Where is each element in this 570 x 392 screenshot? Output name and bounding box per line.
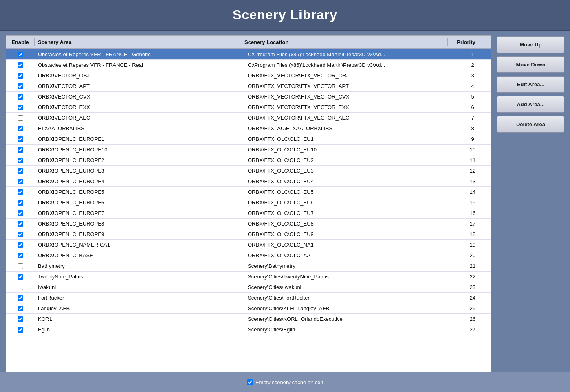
table-row[interactable]: FTXAA_ORBXLIBSORBX\FTX_AU\FTXAA_ORBXLIBS…	[6, 123, 491, 134]
enable-checkbox-cell[interactable]	[6, 304, 35, 313]
enable-checkbox[interactable]	[18, 242, 23, 248]
table-row[interactable]: ORBX!OPENLC_EUROPE7ORBX\FTX_OLC\OLC_EU71…	[6, 208, 491, 219]
table-row[interactable]: ORBX!OPENLC_EUROPE10ORBX\FTX_OLC\OLC_EU1…	[6, 145, 491, 155]
enable-checkbox[interactable]	[18, 105, 23, 110]
enable-checkbox[interactable]	[18, 210, 23, 216]
enable-checkbox-cell[interactable]	[6, 252, 35, 260]
scenery-area-cell: ORBX!OPENLC_EUROPE7	[35, 209, 244, 217]
enable-checkbox[interactable]	[18, 136, 23, 142]
enable-checkbox[interactable]	[18, 263, 23, 269]
enable-checkbox[interactable]	[18, 73, 23, 79]
table-row[interactable]: Langley_AFBScenery\Cities\KLFI_Langley_A…	[6, 303, 491, 314]
enable-checkbox-cell[interactable]	[6, 135, 35, 143]
edit-area-button[interactable]: Edit Area...	[497, 76, 564, 93]
table-row[interactable]: ORBX!OPENLC_BASEORBX\FTX_OLC\OLC_AA20	[6, 250, 491, 261]
table-row[interactable]: ORBX!OPENLC_EUROPE5ORBX\FTX_OLC\OLC_EU51…	[6, 187, 491, 197]
enable-checkbox-cell[interactable]	[6, 125, 35, 133]
table-row[interactable]: ORBX!OPENLC_EUROPE4ORBX\FTX_OLC\OLC_EU41…	[6, 176, 491, 187]
table-row[interactable]: ORBX!OPENLC_EUROPE6ORBX\FTX_OLC\OLC_EU61…	[6, 197, 491, 208]
enable-checkbox-cell[interactable]	[6, 283, 35, 291]
enable-checkbox-cell[interactable]	[6, 61, 35, 69]
table-row[interactable]: ORBX!OPENLC_EUROPE8ORBX\FTX_OLC\OLC_EU81…	[6, 219, 491, 229]
enable-checkbox[interactable]	[18, 189, 23, 195]
enable-checkbox-cell[interactable]	[6, 114, 35, 122]
enable-checkbox-cell[interactable]	[6, 230, 35, 239]
table-row[interactable]: ORBX!VECTOR_OBJORBX\FTX_VECTOR\FTX_VECTO…	[6, 70, 491, 81]
table-row[interactable]: EglinScenery\Cities\Eglin27	[6, 324, 491, 335]
enable-checkbox-cell[interactable]	[6, 167, 35, 175]
scenery-table-panel: Enable Scenery Area Scenery Location Pri…	[6, 35, 491, 384]
col-header-priority: Priority	[448, 38, 484, 46]
table-body[interactable]: Obstacles et Reperes VFR - FRANCE - Gene…	[6, 49, 491, 384]
table-row[interactable]: Obstacles et Reperes VFR - FRANCE - Real…	[6, 60, 491, 70]
enable-checkbox-cell[interactable]	[6, 241, 35, 249]
enable-checkbox-cell[interactable]	[6, 294, 35, 302]
move-down-button[interactable]: Move Down	[497, 56, 564, 73]
enable-checkbox-cell[interactable]	[6, 50, 35, 59]
table-row[interactable]: ORBX!OPENLC_EUROPE9ORBX\FTX_OLC\OLC_EU91…	[6, 229, 491, 240]
scenery-area-cell: ORBX!OPENLC_EUROPE6	[35, 198, 244, 207]
table-row[interactable]: ORBX!OPENLC_NAMERICA1ORBX\FTX_OLC\OLC_NA…	[6, 240, 491, 250]
enable-checkbox[interactable]	[18, 306, 23, 311]
enable-checkbox[interactable]	[18, 115, 23, 121]
enable-checkbox[interactable]	[18, 327, 23, 333]
move-up-button[interactable]: Move Up	[497, 36, 564, 53]
enable-checkbox-cell[interactable]	[6, 220, 35, 228]
enable-checkbox[interactable]	[18, 83, 23, 89]
table-row[interactable]: ORBX!VECTOR_EXXORBX\FTX_VECTOR\FTX_VECTO…	[6, 102, 491, 113]
enable-checkbox[interactable]	[18, 62, 23, 68]
table-row[interactable]: TwentyNine_PalmsScenery\Cities\TwentyNin…	[6, 272, 491, 282]
title-bar: Scenery Library	[0, 0, 570, 31]
enable-checkbox-cell[interactable]	[6, 82, 35, 90]
enable-checkbox[interactable]	[18, 295, 23, 301]
enable-checkbox-cell[interactable]	[6, 177, 35, 186]
enable-checkbox-cell[interactable]	[6, 315, 35, 323]
col-header-scenery-area: Scenery Area	[35, 38, 241, 46]
enable-checkbox-cell[interactable]	[6, 93, 35, 101]
enable-checkbox[interactable]	[18, 285, 23, 290]
enable-checkbox[interactable]	[18, 179, 23, 184]
enable-checkbox-cell[interactable]	[6, 156, 35, 164]
delete-area-button[interactable]: Delete Area	[497, 116, 564, 133]
enable-checkbox[interactable]	[18, 168, 23, 174]
add-area-button[interactable]: Add Area...	[497, 96, 564, 113]
enable-checkbox[interactable]	[18, 158, 23, 163]
enable-checkbox[interactable]	[18, 253, 23, 258]
enable-checkbox[interactable]	[18, 147, 23, 153]
enable-checkbox-cell[interactable]	[6, 72, 35, 80]
scenery-location-cell: Scenery\Bathymetry	[244, 262, 454, 270]
table-row[interactable]: ORBX!VECTOR_CVXORBX\FTX_VECTOR\FTX_VECTO…	[6, 92, 491, 102]
enable-checkbox-cell[interactable]	[6, 188, 35, 196]
enable-checkbox-cell[interactable]	[6, 273, 35, 281]
enable-checkbox[interactable]	[18, 274, 23, 280]
table-row[interactable]: ORBX!OPENLC_EUROPE3ORBX\FTX_OLC\OLC_EU31…	[6, 166, 491, 176]
empty-cache-label[interactable]: Empty scenery cache on exit	[247, 379, 323, 385]
table-row[interactable]: ORBX!OPENLC_EUROPE1ORBX\FTX_OLC\OLC_EU19	[6, 134, 491, 145]
enable-checkbox[interactable]	[18, 126, 23, 131]
empty-cache-checkbox[interactable]	[247, 379, 253, 385]
enable-checkbox-cell[interactable]	[6, 146, 35, 154]
enable-checkbox-cell[interactable]	[6, 103, 35, 112]
enable-checkbox[interactable]	[18, 200, 23, 206]
enable-checkbox[interactable]	[18, 316, 23, 322]
table-row[interactable]: ORBX!VECTOR_APTORBX\FTX_VECTOR\FTX_VECTO…	[6, 81, 491, 92]
scenery-location-cell: ORBX\FTX_OLC\OLC_AA	[244, 251, 454, 260]
table-row[interactable]: Obstacles et Reperes VFR - FRANCE - Gene…	[6, 49, 491, 60]
table-row[interactable]: ORBX!OPENLC_EUROPE2ORBX\FTX_OLC\OLC_EU21…	[6, 155, 491, 166]
enable-checkbox-cell[interactable]	[6, 209, 35, 217]
priority-cell: 5	[454, 92, 491, 101]
priority-cell: 15	[454, 198, 491, 207]
table-row[interactable]: BathymetryScenery\Bathymetry21	[6, 261, 491, 272]
enable-checkbox[interactable]	[18, 221, 23, 227]
enable-checkbox[interactable]	[18, 94, 23, 100]
enable-checkbox-cell[interactable]	[6, 326, 35, 334]
table-row[interactable]: FortRuckerScenery\Cities\FortRucker24	[6, 293, 491, 303]
table-row[interactable]: ORBX!VECTOR_AECORBX\FTX_VECTOR\FTX_VECTO…	[6, 113, 491, 123]
enable-checkbox[interactable]	[18, 52, 23, 57]
table-row[interactable]: IwakuniScenery\Cities\Iwakuni23	[6, 282, 491, 293]
enable-checkbox-cell[interactable]	[6, 199, 35, 207]
scenery-location-cell: ORBX\FTX_OLC\OLC_EU3	[244, 166, 454, 175]
table-row[interactable]: KORLScenery\Cities\KORL_OrlandoExecutive…	[6, 314, 491, 324]
enable-checkbox[interactable]	[18, 232, 23, 237]
enable-checkbox-cell[interactable]	[6, 262, 35, 270]
